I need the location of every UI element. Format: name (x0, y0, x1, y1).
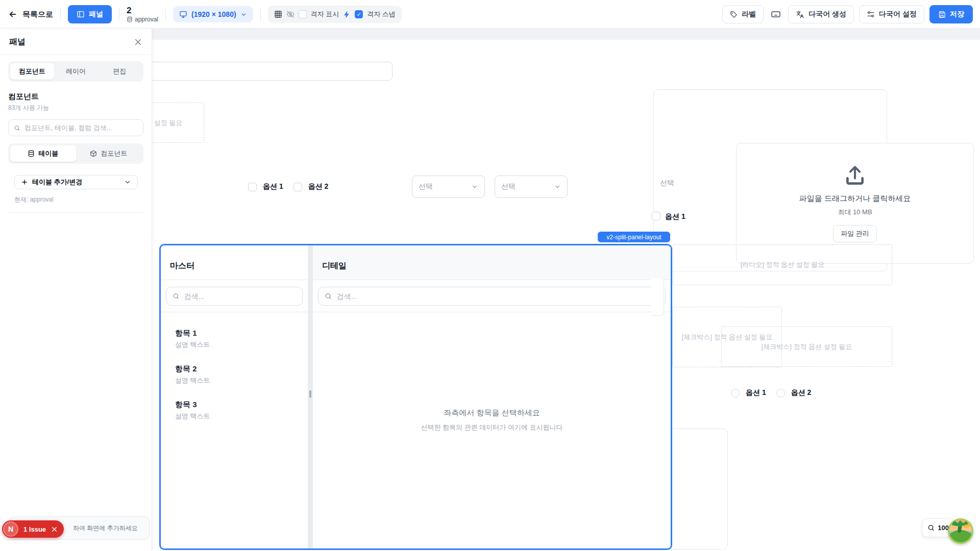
document-meta: 2 approval (127, 6, 158, 23)
select-2[interactable]: 선택 (495, 176, 568, 198)
search-icon (173, 292, 180, 300)
issue-logo-icon: N (3, 521, 18, 537)
lightning-icon (343, 11, 351, 18)
tag-icon (730, 11, 738, 18)
chevron-down-icon (240, 11, 247, 18)
label-button-text: 라벨 (742, 10, 756, 19)
upload-size-limit: 최대 10 MB (838, 208, 872, 217)
list-item[interactable]: 항목 2 설명 텍스트 (175, 364, 308, 385)
component-search[interactable] (8, 119, 143, 136)
master-header: 마스터 (161, 245, 308, 280)
list-item-desc: 설명 텍스트 (175, 376, 308, 385)
panel-divider (8, 212, 143, 213)
radio-option-2-label: 옵션 2 (791, 388, 812, 397)
cube-icon (90, 150, 97, 157)
card-select-label: 선택 (660, 179, 674, 188)
component-fragment (651, 278, 664, 316)
toolbar-divider (119, 8, 119, 21)
back-to-list-button[interactable]: 목록으로 (8, 10, 53, 19)
select-1[interactable]: 선택 (412, 176, 485, 198)
panel-title: 패널 (9, 37, 26, 47)
panel-icon (77, 10, 85, 18)
segment-tables[interactable]: 테이블 (10, 145, 76, 162)
keyboard-shortcuts-button[interactable] (769, 7, 783, 21)
select-1-placeholder: 선택 (419, 182, 433, 191)
top-toolbar: 목록으로 패널 2 approval (980 × 551) (0, 0, 980, 29)
table-badge-label: approval (135, 16, 158, 23)
card-checkbox[interactable] (652, 212, 660, 220)
list-item-desc: 설명 텍스트 (175, 340, 308, 349)
radio-option-2[interactable] (776, 389, 785, 397)
file-manage-button[interactable]: 파일 관리 (833, 225, 877, 242)
master-search-input[interactable] (166, 287, 303, 306)
label-button[interactable]: 라벨 (722, 5, 764, 23)
panel-toggle-button[interactable]: 패널 (68, 5, 112, 23)
app-root: [셀렉트] 정적 옵션 설정 필요 옵션 1 옵션 2 선택 선택 선택 옵션 … (0, 0, 980, 551)
detail-pane: 디테일 좌측에서 항목을 선택하세요 선택한 항목의 관련 데이터가 여기에 표… (313, 245, 671, 548)
issue-close-button[interactable] (51, 526, 58, 533)
component-search-input[interactable] (24, 124, 138, 132)
i18n-settings-button[interactable]: 다국어 설정 (859, 5, 924, 23)
radio-option-1[interactable] (731, 389, 740, 397)
tab-layers[interactable]: 레이어 (54, 63, 98, 80)
save-button[interactable]: 저장 (929, 5, 973, 23)
segment-components[interactable]: 컴포넌트 (76, 145, 142, 162)
grid-snap-checkbox[interactable]: ✓ (355, 10, 363, 18)
radio-option-1-label: 옵션 1 (746, 388, 766, 397)
radio-group: 옵션 1 옵션 2 (731, 388, 811, 397)
chevron-down-icon (471, 183, 478, 190)
island-sticker-icon[interactable] (948, 518, 973, 544)
list-item-desc: 설명 텍스트 (175, 412, 308, 421)
panel-tabs: 컴포넌트 레이어 편집 (8, 61, 143, 82)
settings-sliders-icon (867, 10, 875, 18)
back-to-list-label: 목록으로 (22, 10, 53, 19)
components-section: 컴포넌트 83개 사용 가능 (0, 82, 152, 112)
i18n-generate-label: 다국어 생성 (808, 10, 846, 19)
close-icon (51, 526, 58, 533)
grid-options-group: 격자 표시 ✓ 격자 스냅 (268, 6, 402, 23)
add-table-button[interactable]: 테이블 추가/변경 (14, 175, 138, 189)
checkbox-group: 옵션 1 옵션 2 (248, 182, 328, 191)
eye-off-icon[interactable] (286, 10, 295, 18)
split-resize-handle[interactable] (308, 245, 313, 548)
checkbox-placeholder-box-2[interactable]: [체크박스] 정적 옵션 설정 필요 (721, 327, 892, 367)
source-segment: 테이블 컴포넌트 (8, 143, 143, 164)
canvas-text-input[interactable] (148, 62, 393, 81)
grid-show-label: 격자 표시 (311, 10, 339, 19)
list-item[interactable]: 항목 1 설명 텍스트 (175, 329, 308, 349)
grid-snap-label: 격자 스냅 (367, 10, 396, 19)
viewport-size-selector[interactable]: (980 × 551) (173, 6, 253, 22)
tab-components[interactable]: 컴포넌트 (10, 63, 54, 80)
card-checkbox-label: 옵션 1 (665, 212, 685, 221)
checkbox-option-1[interactable] (248, 183, 257, 191)
grid-show-checkbox[interactable] (299, 10, 307, 18)
zoom-level-text: 100 (938, 524, 949, 532)
list-item-title: 항목 1 (175, 329, 308, 338)
toolbar-divider (260, 8, 261, 21)
viewport-size-label: (980 × 551) (191, 10, 236, 18)
radio-placeholder-box[interactable]: [라디오] 정적 옵션 설정 필요 (673, 244, 892, 285)
database-icon (28, 150, 35, 157)
i18n-generate-button[interactable]: 다국어 생성 (788, 5, 854, 23)
plus-icon (21, 179, 28, 186)
tab-edit[interactable]: 편집 (97, 63, 141, 80)
checkbox-option-2-label: 옵션 2 (308, 182, 329, 191)
resize-grip-icon (309, 390, 311, 398)
translate-icon (796, 10, 804, 19)
master-list: 항목 1 설명 텍스트 항목 2 설명 텍스트 항목 3 설명 텍스트 (161, 312, 308, 421)
master-search-field[interactable] (184, 292, 296, 300)
checkbox-option-2[interactable] (293, 183, 302, 191)
issue-badge[interactable]: N 1 Issue (2, 520, 64, 538)
panel-close-button[interactable] (134, 38, 142, 46)
segment-tables-label: 테이블 (38, 149, 58, 158)
search-icon (14, 124, 20, 132)
list-item[interactable]: 항목 3 설명 텍스트 (175, 400, 308, 421)
master-search-row (161, 280, 308, 312)
toolbar-divider (165, 8, 166, 21)
left-panel: 패널 컴포넌트 레이어 편집 컴포넌트 83개 사용 가능 테이블 컴포넌트 (0, 29, 152, 551)
toolbar-divider (60, 8, 61, 21)
split-panel-component[interactable]: 마스터 항목 1 설명 텍스트 항목 2 설명 텍스트 항목 3 (159, 244, 672, 550)
select-2-placeholder: 선택 (501, 182, 516, 191)
issue-count-label: 1 Issue (23, 525, 46, 533)
radio-placeholder-text: [라디오] 정적 옵션 설정 필요 (741, 260, 825, 269)
